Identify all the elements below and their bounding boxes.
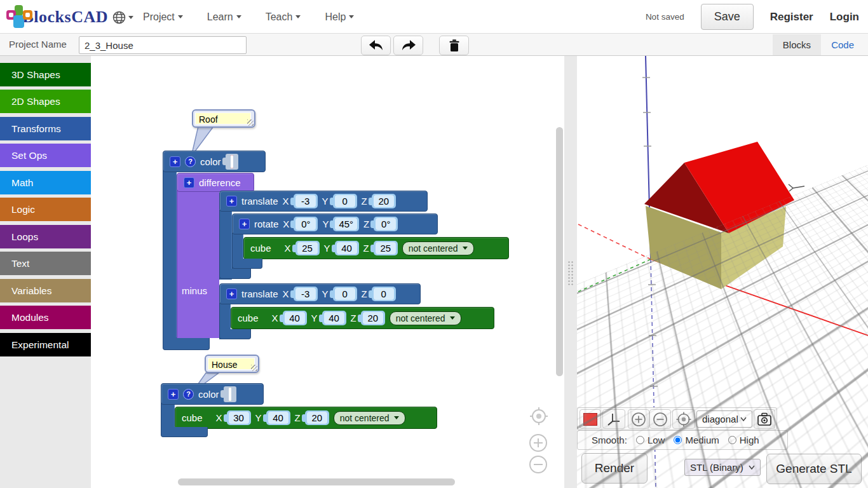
zoom-out-view-button[interactable] bbox=[649, 409, 671, 429]
menu-learn[interactable]: Learn bbox=[207, 11, 241, 23]
roof-comment-text[interactable]: Roof bbox=[195, 112, 251, 125]
smooth-option-high[interactable]: High bbox=[728, 435, 759, 445]
render-button[interactable]: Render bbox=[581, 453, 648, 484]
smooth-radio-low[interactable] bbox=[636, 436, 644, 444]
sidebar-item-variables[interactable]: Variables bbox=[0, 279, 91, 302]
cube-y-field[interactable]: 40 bbox=[266, 410, 290, 425]
color-swatch-red[interactable] bbox=[231, 155, 233, 168]
redo-button[interactable] bbox=[393, 36, 423, 55]
generate-stl-button[interactable]: Generate STL bbox=[766, 454, 862, 484]
zoom-in-button[interactable] bbox=[529, 433, 548, 452]
mutator-plus-button[interactable]: + bbox=[239, 219, 250, 229]
tab-blocks[interactable]: Blocks bbox=[773, 34, 821, 55]
translate-x-field[interactable]: -3 bbox=[294, 287, 318, 301]
sidebar-item-modules[interactable]: Modules bbox=[0, 306, 91, 329]
view-preset-select[interactable]: diagonal bbox=[696, 410, 752, 428]
cube-z-field[interactable]: 20 bbox=[361, 311, 385, 325]
menu-help[interactable]: Help bbox=[325, 11, 354, 23]
rotate-block-bottom[interactable] bbox=[232, 259, 262, 269]
translate-y-field[interactable]: 0 bbox=[333, 194, 357, 208]
panel-splitter[interactable] bbox=[564, 56, 577, 488]
translate-block-bottom[interactable] bbox=[219, 269, 251, 279]
color-input-socket[interactable] bbox=[224, 386, 236, 402]
house-comment-bubble[interactable]: House bbox=[205, 355, 259, 373]
render-color-button[interactable] bbox=[580, 409, 601, 429]
mutator-plus-button[interactable]: + bbox=[170, 156, 180, 167]
roof-comment-bubble[interactable]: Roof bbox=[192, 109, 255, 128]
comment-help-button[interactable]: ? bbox=[183, 389, 194, 400]
comment-help-button[interactable]: ? bbox=[185, 156, 196, 167]
cube-y-field[interactable]: 40 bbox=[322, 311, 346, 325]
house-comment-text[interactable]: House bbox=[208, 358, 255, 370]
sidebar-item-loops[interactable]: Loops bbox=[0, 225, 91, 248]
zoom-out-button[interactable] bbox=[529, 455, 548, 474]
tab-code[interactable]: Code bbox=[825, 34, 860, 55]
centered-dropdown[interactable]: not centered bbox=[334, 411, 405, 425]
undo-button[interactable] bbox=[361, 36, 391, 55]
color-block[interactable]: + ? color bbox=[163, 151, 266, 172]
axes-toggle-button[interactable] bbox=[602, 409, 625, 429]
sidebar-item-text[interactable]: Text bbox=[0, 252, 91, 275]
rotate-y-field[interactable]: 45° bbox=[333, 217, 359, 231]
color-block-bottom[interactable] bbox=[161, 427, 208, 437]
blockly-workspace[interactable]: Roof + ? color + difference minus + tran… bbox=[91, 56, 564, 488]
color-swatch-yellow[interactable] bbox=[229, 388, 231, 401]
mutator-plus-button[interactable]: + bbox=[184, 177, 194, 188]
cube-y-field[interactable]: 40 bbox=[335, 241, 359, 255]
smooth-option-medium[interactable]: Medium bbox=[674, 435, 719, 445]
cube-x-field[interactable]: 30 bbox=[227, 410, 251, 425]
smooth-option-low[interactable]: Low bbox=[636, 435, 665, 445]
color-block[interactable]: + ? color bbox=[161, 383, 264, 405]
delete-all-button[interactable] bbox=[439, 36, 469, 55]
smooth-radio-high[interactable] bbox=[728, 436, 736, 444]
sidebar-item-logic[interactable]: Logic bbox=[0, 198, 91, 221]
sidebar-item-2d-shapes[interactable]: 2D Shapes bbox=[0, 90, 91, 113]
stl-format-select[interactable]: STL (Binary) bbox=[684, 459, 761, 476]
screenshot-button[interactable] bbox=[754, 409, 775, 429]
cube-z-field[interactable]: 20 bbox=[305, 410, 329, 425]
rotate-block[interactable]: + rotate X 0° Y 45° Z 0° bbox=[232, 214, 438, 234]
project-name-input[interactable] bbox=[79, 36, 247, 54]
render-viewport[interactable]: Y bbox=[577, 56, 868, 488]
mutator-plus-button[interactable]: + bbox=[168, 389, 179, 400]
horizontal-scrollbar[interactable] bbox=[178, 478, 455, 485]
cube-block[interactable]: cube X 25 Y 40 Z 25 not centered bbox=[243, 237, 509, 259]
cube-x-field[interactable]: 25 bbox=[295, 241, 320, 255]
save-button[interactable]: Save bbox=[701, 4, 754, 30]
centered-dropdown[interactable]: not centered bbox=[402, 241, 474, 255]
mutator-plus-button[interactable]: + bbox=[226, 288, 237, 299]
smooth-radio-medium[interactable] bbox=[674, 436, 682, 444]
reset-view-button[interactable] bbox=[672, 409, 695, 429]
zoom-reset-button[interactable] bbox=[529, 407, 548, 426]
register-link[interactable]: Register bbox=[770, 11, 813, 24]
color-block-bottom[interactable] bbox=[163, 337, 210, 350]
cube-x-field[interactable]: 40 bbox=[283, 311, 307, 325]
color-block-spine[interactable] bbox=[163, 164, 177, 339]
sidebar-item-set-ops[interactable]: Set Ops bbox=[0, 144, 91, 167]
sidebar-item-math[interactable]: Math bbox=[0, 171, 91, 194]
sidebar-item-transforms[interactable]: Transforms bbox=[0, 117, 91, 140]
sidebar-item-experimental[interactable]: Experimental bbox=[0, 333, 91, 356]
translate-z-field[interactable]: 0 bbox=[372, 287, 396, 301]
cube-z-field[interactable]: 25 bbox=[374, 241, 398, 255]
translate-y-field[interactable]: 0 bbox=[333, 287, 357, 301]
centered-dropdown[interactable]: not centered bbox=[390, 311, 461, 325]
vertical-scrollbar[interactable] bbox=[556, 127, 563, 376]
difference-block-body[interactable] bbox=[177, 189, 219, 338]
zoom-in-view-button[interactable] bbox=[628, 409, 649, 429]
mutator-plus-button[interactable]: + bbox=[226, 196, 237, 207]
blockscad-logo[interactable]: BlocksCAD bbox=[6, 4, 108, 30]
translate-z-field[interactable]: 20 bbox=[372, 194, 396, 208]
translate-x-field[interactable]: -3 bbox=[294, 194, 318, 208]
color-input-socket[interactable] bbox=[226, 154, 238, 170]
language-menu[interactable] bbox=[112, 8, 136, 26]
rotate-z-field[interactable]: 0° bbox=[374, 217, 398, 231]
translate-block[interactable]: + translate X -3 Y 0 Z 0 bbox=[219, 283, 421, 304]
translate-block-bottom[interactable] bbox=[219, 329, 251, 339]
cube-block[interactable]: cube X 40 Y 40 Z 20 not centered bbox=[231, 307, 494, 329]
login-link[interactable]: Login bbox=[830, 11, 859, 24]
translate-block[interactable]: + translate X -3 Y 0 Z 20 bbox=[219, 191, 428, 212]
menu-project[interactable]: Project bbox=[143, 11, 183, 23]
menu-teach[interactable]: Teach bbox=[266, 11, 301, 23]
difference-block[interactable]: + difference bbox=[177, 173, 254, 192]
